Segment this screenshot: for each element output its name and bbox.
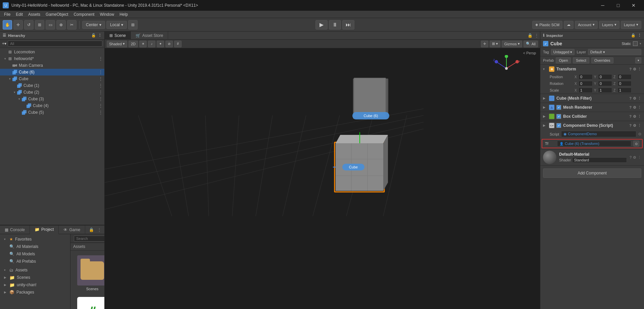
rot-z-value[interactable]: 0 — [617, 81, 632, 86]
render-mode-dropdown[interactable]: ⊞ ▾ — [490, 41, 500, 47]
lock-icon[interactable]: 🔒 — [88, 226, 95, 233]
cube6-scene-object[interactable]: Cube (6) — [350, 75, 393, 137]
cloud-button[interactable]: ☁ — [564, 21, 574, 29]
scale-x-value[interactable]: 1 — [579, 88, 593, 93]
script-help-icon[interactable]: ? — [629, 123, 632, 127]
prefab-overrides-btn[interactable]: Overrides — [591, 57, 613, 63]
script-check[interactable]: ✓ — [556, 123, 561, 128]
item-menu-icon[interactable]: ⋮ — [98, 96, 103, 102]
object-name[interactable]: Cube — [550, 41, 620, 46]
transform-settings-icon[interactable]: ⚙ — [633, 67, 636, 71]
hierarchy-add-icon[interactable]: +▾ — [2, 41, 6, 46]
hierarchy-item-cube2[interactable]: ▾ Cube (2) ⋮ — [0, 89, 104, 96]
script-more-icon[interactable]: ⋮ — [638, 123, 641, 128]
local-toggle[interactable]: Local ▾ — [106, 21, 127, 29]
pause-button[interactable]: ⏸ — [329, 20, 341, 30]
transform-help-icon[interactable]: ? — [629, 67, 632, 71]
audio-btn[interactable]: ♪ — [148, 41, 155, 47]
layer-dropdown[interactable]: Default ▾ — [588, 49, 641, 55]
script-end-icon[interactable]: ⊙ — [638, 132, 641, 136]
renderer-more-icon[interactable]: ⋮ — [638, 105, 641, 110]
unity-chan-item[interactable]: ▶ 📁 unity-chan! — [0, 281, 70, 289]
layout-button[interactable]: Layout ▾ — [621, 21, 641, 29]
hierarchy-item-cube[interactable]: ▾ Cube ⋮ — [0, 75, 104, 82]
hierarchy-item-cube1[interactable]: Cube (1) ⋮ — [0, 82, 104, 89]
center-toggle[interactable]: Center ▾ — [82, 21, 105, 29]
box-collider-header[interactable]: ▶ ✓ Box Collider ? ⚙ ⋮ — [540, 112, 644, 121]
rot-y-value[interactable]: 0 — [598, 81, 612, 86]
active-toggle[interactable]: ✓ — [543, 41, 548, 46]
menu-icon[interactable]: ⋮ — [96, 226, 103, 233]
hand-tool[interactable]: ✋ — [3, 20, 12, 30]
menu-help[interactable]: Help — [117, 11, 131, 17]
prefab-overrides-arrow[interactable]: ▾ — [635, 57, 641, 63]
collider-help-icon[interactable]: ? — [629, 114, 632, 118]
play-button[interactable]: ▶ — [315, 20, 328, 30]
scene-view[interactable]: Cube (6) — [105, 48, 540, 309]
scene-menu-icon[interactable]: ⋮ — [533, 32, 540, 39]
tf-end-button[interactable]: ⊙ — [633, 141, 639, 147]
cube-scene-object[interactable]: Cube — [333, 132, 393, 200]
gizmo-axes[interactable]: Y X Z — [493, 55, 520, 82]
scale-z-value[interactable]: 1 — [617, 88, 632, 93]
pos-x-value[interactable]: 0 — [579, 74, 593, 80]
static-checkbox[interactable] — [633, 41, 638, 46]
item-menu-icon[interactable]: ⋮ — [98, 103, 103, 108]
inspector-lock-icon[interactable]: 🔒 — [631, 33, 636, 38]
tab-console[interactable]: ▦ Console — [0, 225, 30, 234]
menu-gameobject[interactable]: GameObject — [43, 11, 71, 17]
item-menu-icon[interactable]: ⋮ — [98, 90, 103, 95]
tab-game[interactable]: 👁 Game — [59, 225, 85, 234]
hierarchy-menu-icon[interactable]: ⋮ — [98, 33, 102, 38]
item-menu-icon[interactable]: ⋮ — [98, 83, 103, 88]
scenes-item[interactable]: ▶ 📁 Scenes — [0, 274, 70, 281]
mesh-filter-header[interactable]: ▶ Cube (Mesh Filter) ? ⚙ ⋮ — [540, 94, 644, 103]
collider-settings-icon[interactable]: ⚙ — [633, 114, 636, 119]
pick-btn[interactable]: ✛ — [481, 41, 488, 47]
rotate-tool[interactable]: ↺ — [24, 20, 34, 30]
hierarchy-item-cube4[interactable]: Cube (4) ⋮ — [0, 102, 104, 109]
pos-y-value[interactable]: 0 — [598, 74, 612, 80]
menu-edit[interactable]: Edit — [13, 11, 26, 17]
tab-project[interactable]: 📁 Project — [30, 225, 59, 234]
persp-label[interactable]: < Persp — [523, 51, 536, 55]
shading-dropdown[interactable]: Shaded ▾ — [107, 41, 127, 47]
material-name[interactable]: Default-Material — [559, 152, 627, 157]
scale-y-value[interactable]: 1 — [598, 88, 612, 93]
hierarchy-item-cube6[interactable]: Cube (6) ⋮ — [0, 69, 104, 75]
effects-btn[interactable]: ✦ — [157, 41, 164, 47]
renderer-check[interactable]: ✓ — [556, 105, 561, 110]
item-menu-icon[interactable]: ⋮ — [98, 110, 103, 115]
gizmos-dropdown[interactable]: Gizmos ▾ — [502, 41, 522, 47]
script-settings-icon[interactable]: ⚙ — [633, 123, 636, 128]
asset-scenes[interactable]: Scenes — [74, 254, 104, 292]
inspector-menu-icon[interactable]: ⋮ — [638, 33, 641, 38]
maximize-button[interactable]: □ — [610, 0, 626, 11]
menu-file[interactable]: File — [1, 11, 13, 17]
item-menu-icon[interactable]: ⋮ — [98, 69, 103, 75]
material-more-icon[interactable]: ⋮ — [638, 155, 641, 160]
item-menu-icon[interactable]: ⋮ — [98, 56, 103, 61]
account-button[interactable]: Account ▾ — [575, 21, 598, 29]
hidden-objects-btn[interactable]: ⊘ — [165, 41, 173, 47]
scene-lock-icon[interactable]: 🔒 — [527, 32, 533, 39]
mesh-filter-settings-icon[interactable]: ⚙ — [633, 96, 636, 101]
tag-dropdown[interactable]: Untagged ▾ — [551, 49, 575, 55]
material-settings-icon[interactable]: ⚙ — [633, 155, 636, 160]
script-value[interactable]: ◉ ComponentDemo — [561, 131, 636, 137]
pos-z-value[interactable]: 0 — [617, 74, 632, 80]
asset-search-input[interactable] — [74, 236, 104, 242]
static-dropdown-arrow[interactable]: ▾ — [640, 42, 641, 45]
hierarchy-item-cube5[interactable]: Cube (5) ⋮ — [0, 109, 104, 116]
renderer-help-icon[interactable]: ? — [629, 105, 632, 109]
move-tool[interactable]: ✛ — [13, 20, 23, 30]
prefab-open-btn[interactable]: Open — [556, 57, 571, 63]
all-dropdown[interactable]: 🔍 All — [524, 41, 538, 47]
scale-tool[interactable]: ⊞ — [35, 20, 44, 30]
all-materials-item[interactable]: 🔍 All Materials — [0, 243, 70, 250]
all-models-item[interactable]: 🔍 All Models — [0, 250, 70, 258]
menu-window[interactable]: Window — [97, 11, 117, 17]
material-help-icon[interactable]: ? — [630, 155, 632, 159]
hierarchy-search-input[interactable] — [8, 41, 102, 47]
layers-button[interactable]: Layers ▾ — [599, 21, 620, 29]
